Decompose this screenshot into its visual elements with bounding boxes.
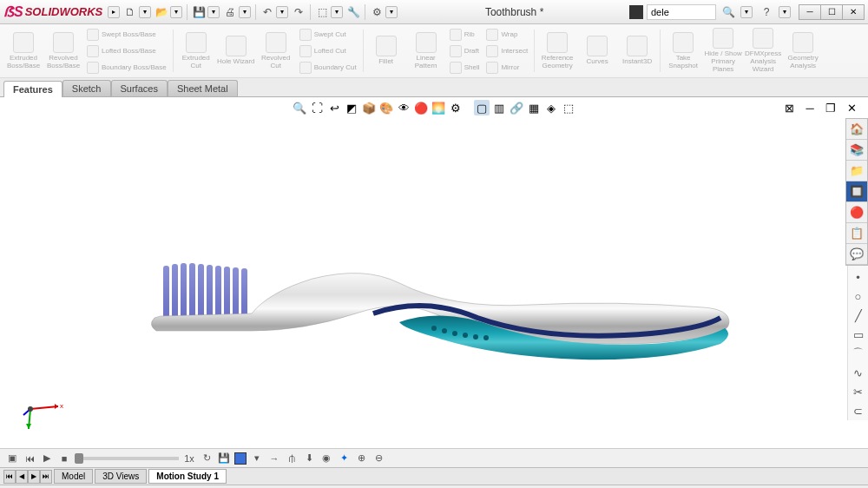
orientation-triad[interactable]: x xyxy=(22,387,65,431)
tab-features[interactable]: Features xyxy=(3,81,62,97)
section-view-icon[interactable]: ◩ xyxy=(344,100,359,115)
command-prompt-icon[interactable] xyxy=(629,5,643,19)
hide-show-items-icon[interactable]: 👁 xyxy=(396,100,411,115)
tab-first-icon[interactable]: ⏮ xyxy=(3,470,16,484)
loop-icon[interactable]: ↻ xyxy=(200,452,214,465)
boundary-boss-button[interactable]: Boundary Boss/Base xyxy=(85,60,168,76)
help-dd[interactable]: ▾ xyxy=(779,6,791,18)
results-icon[interactable]: ✦ xyxy=(337,452,351,465)
tp-design-library-icon[interactable]: 📚 xyxy=(846,140,867,161)
undo-dd[interactable]: ▾ xyxy=(276,6,288,18)
tp-resources-icon[interactable]: 🏠 xyxy=(846,119,867,140)
view-cube-icon[interactable]: ⬚ xyxy=(561,100,576,115)
arc-icon[interactable]: ⌒ xyxy=(848,344,868,363)
rectangle-icon[interactable]: ▭ xyxy=(848,325,868,344)
rib-button[interactable]: Rib xyxy=(448,27,482,43)
gravity-icon[interactable]: ⬇ xyxy=(302,452,316,465)
revolved-boss-button[interactable]: Revolved Boss/Base xyxy=(43,26,83,76)
graphics-viewport[interactable]: 🏠 📚 📁 🔲 🔴 📋 💬 📏 • ○ ╱ ▭ ⌒ ∿ ✂ ⊂ xyxy=(0,118,868,448)
wrap-button[interactable]: Wrap xyxy=(484,27,529,43)
menu-dropdown-icon[interactable]: ▸ xyxy=(108,6,120,18)
expand-icon[interactable]: ▾ xyxy=(250,452,264,465)
close-button[interactable]: ✕ xyxy=(842,4,865,20)
doc-close-icon[interactable]: ⊠ xyxy=(781,100,797,115)
open-dd[interactable]: ▾ xyxy=(170,6,182,18)
tp-view-palette-icon[interactable]: 🔲 xyxy=(846,181,867,202)
intersect-button[interactable]: Intersect xyxy=(484,43,529,59)
bottom-tab-model[interactable]: Model xyxy=(54,469,93,484)
print-icon[interactable]: 🖨 xyxy=(222,4,238,20)
line-icon[interactable]: ╱ xyxy=(848,306,868,325)
print-dd[interactable]: ▾ xyxy=(239,6,251,18)
timeline-slider[interactable] xyxy=(75,457,179,460)
zoom-fit-icon[interactable]: 🔍 xyxy=(292,100,307,115)
options-icon[interactable]: ⚙ xyxy=(369,4,385,20)
swept-cut-button[interactable]: Swept Cut xyxy=(298,27,358,43)
open-icon[interactable]: 📂 xyxy=(154,4,169,20)
new-dd[interactable]: ▾ xyxy=(139,6,151,18)
new-icon[interactable]: 🗋 xyxy=(122,4,138,20)
doc-maximize-icon[interactable]: ✕ xyxy=(844,100,859,115)
trim-icon[interactable]: ✂ xyxy=(848,382,868,401)
two-view-h-icon[interactable]: ▥ xyxy=(491,100,507,115)
tab-sketch[interactable]: Sketch xyxy=(62,80,111,96)
display-style-icon[interactable]: 🎨 xyxy=(378,100,394,115)
minimize-button[interactable]: ─ xyxy=(799,4,821,20)
revolved-cut-button[interactable]: Revolved Cut xyxy=(256,26,296,76)
tab-surfaces[interactable]: Surfaces xyxy=(111,80,168,96)
fillet-button[interactable]: Fillet xyxy=(366,26,406,76)
hide-show-planes-button[interactable]: Hide / Show Primary Planes xyxy=(703,26,743,76)
link-views-icon[interactable]: 🔗 xyxy=(509,100,524,115)
view-orientation-icon[interactable]: 📦 xyxy=(361,100,377,115)
draft-button[interactable]: Draft xyxy=(448,43,482,59)
tab-next-icon[interactable]: ▶ xyxy=(28,470,40,484)
bottom-tab-motion-study[interactable]: Motion Study 1 xyxy=(148,469,227,484)
search-input[interactable] xyxy=(647,4,716,20)
motion-settings-icon[interactable]: ⊕ xyxy=(354,452,368,465)
select-dd[interactable]: ▾ xyxy=(331,6,343,18)
options-dd[interactable]: ▾ xyxy=(385,6,398,18)
circle-icon[interactable]: ○ xyxy=(848,287,868,306)
select-icon[interactable]: ⬚ xyxy=(314,4,330,20)
save-anim-icon[interactable]: 💾 xyxy=(217,452,231,465)
zoom-area-icon[interactable]: ⛶ xyxy=(309,100,325,115)
stop-icon[interactable]: ■ xyxy=(57,452,71,465)
spline-icon[interactable]: ∿ xyxy=(848,363,868,382)
lofted-cut-button[interactable]: Lofted Cut xyxy=(298,43,358,59)
doc-minimize-icon[interactable]: ─ xyxy=(802,100,818,115)
single-view-icon[interactable]: ▢ xyxy=(474,100,490,115)
extruded-cut-button[interactable]: Extruded Cut xyxy=(176,26,216,76)
play-icon[interactable]: ▶ xyxy=(40,452,54,465)
search-icon[interactable]: 🔍 xyxy=(720,4,736,20)
rebuild-icon[interactable]: 🔧 xyxy=(345,4,361,20)
tab-sheet-metal[interactable]: Sheet Metal xyxy=(168,80,238,96)
swept-boss-button[interactable]: Swept Boss/Base xyxy=(85,27,168,43)
undo-icon[interactable]: ↶ xyxy=(260,4,275,20)
bottom-tab-3dviews[interactable]: 3D Views xyxy=(95,469,147,484)
help-icon[interactable]: ? xyxy=(759,4,774,20)
linear-pattern-button[interactable]: Linear Pattern xyxy=(406,26,446,76)
tp-forum-icon[interactable]: 💬 xyxy=(846,244,867,265)
tp-file-explorer-icon[interactable]: 📁 xyxy=(846,161,867,181)
edit-appearance-icon[interactable]: 🔴 xyxy=(413,100,429,115)
lofted-boss-button[interactable]: Lofted Boss/Base xyxy=(85,43,168,59)
doc-restore-icon[interactable]: ❐ xyxy=(823,100,838,115)
search-dd[interactable]: ▾ xyxy=(740,6,753,18)
collapse-icon[interactable]: ⊖ xyxy=(372,452,385,465)
instant3d-button[interactable]: Instant3D xyxy=(617,26,657,76)
hole-wizard-button[interactable]: Hole Wizard xyxy=(216,26,256,76)
key-color-swatch[interactable] xyxy=(234,452,247,465)
play-start-icon[interactable]: ⏮ xyxy=(23,452,36,465)
save-icon[interactable]: 💾 xyxy=(191,4,207,20)
maximize-button[interactable]: ☐ xyxy=(820,4,843,20)
geometry-analysis-button[interactable]: Geometry Analysis xyxy=(783,26,823,76)
redo-icon[interactable]: ↷ xyxy=(291,4,306,20)
take-snapshot-button[interactable]: Take Snapshot xyxy=(663,26,703,76)
curves-button[interactable]: Curves xyxy=(577,26,617,76)
four-view-icon[interactable]: ▦ xyxy=(526,100,542,115)
tab-prev-icon[interactable]: ◀ xyxy=(16,470,28,484)
apply-scene-icon[interactable]: 🌅 xyxy=(431,100,446,115)
offset-icon[interactable]: ⊂ xyxy=(848,401,868,420)
spring-icon[interactable]: ⫛ xyxy=(285,452,299,465)
tab-last-icon[interactable]: ⏭ xyxy=(40,470,52,484)
